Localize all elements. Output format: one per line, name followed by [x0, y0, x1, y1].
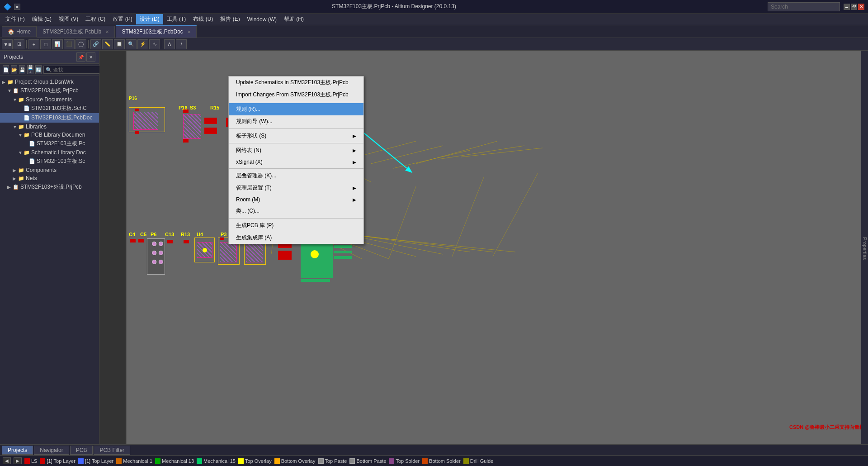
tree-sch-lib-folder[interactable]: ▼ 📁 Schematic Library Doc — [0, 148, 99, 157]
tree-project-group[interactable]: ▶ 📁 Project Group 1.DsnWrk — [0, 78, 99, 86]
panel-title: Projects — [4, 54, 23, 60]
layer-bottom-paste[interactable]: Bottom Paste — [349, 458, 386, 464]
toolbar-line[interactable]: / — [176, 39, 187, 49]
menu-place[interactable]: 放置 (P) — [109, 14, 136, 24]
toolbar-drc[interactable]: ⚡ — [137, 39, 148, 49]
tab-pcblib-close[interactable]: ✕ — [105, 29, 109, 34]
dd-update-sch[interactable]: Update Schematics in STM32F103主板.PrjPcb — [229, 76, 363, 89]
menu-tools[interactable]: 工具 (T) — [163, 14, 190, 24]
comp-p4 — [246, 242, 263, 262]
bottom-tab-pcb[interactable]: PCB — [70, 446, 93, 455]
bottom-tab-navigator[interactable]: Navigator — [34, 446, 69, 455]
layer-bottom-overlay[interactable]: Bottom Overlay — [274, 458, 316, 464]
minimize-button[interactable]: 🗕 — [844, 4, 850, 10]
toolbar-add[interactable]: + — [28, 39, 39, 49]
menu-edit[interactable]: 编辑 (E) — [28, 14, 55, 24]
maximize-button[interactable]: 🗗 — [851, 4, 857, 10]
layer-next[interactable]: ▶ — [14, 457, 22, 464]
panel-open[interactable]: 📂 — [11, 65, 17, 74]
toolbar-meas[interactable]: 📏 — [102, 39, 113, 49]
tree-sch-lib[interactable]: ▶ 📄 STM32F103主板.Sc — [0, 157, 99, 166]
menu-design[interactable]: 设计 (D) — [136, 14, 163, 24]
pad-u1-r4 — [334, 256, 352, 259]
tree-components[interactable]: ▶ 📁 Components — [0, 166, 99, 174]
tree-pcb-lib-folder[interactable]: ▼ 📁 PCB Library Documen — [0, 131, 99, 139]
dd-xsignal[interactable]: xSignal (X) ▶ — [229, 157, 363, 167]
panel-save[interactable]: 💾 — [19, 65, 25, 74]
menu-window[interactable]: Window (W) — [244, 15, 280, 24]
toolbar-route[interactable]: ∿ — [149, 39, 160, 49]
tab-pcblib[interactable]: STM32F103主板.PcbLib ✕ — [37, 26, 115, 38]
properties-label: Properties — [862, 237, 868, 260]
panel-save-all[interactable]: 💾+ — [27, 65, 33, 74]
layer-top-solder[interactable]: Top Solder — [389, 458, 420, 464]
layer-top[interactable]: [1] Top Layer — [40, 458, 75, 464]
toolbar-zoom[interactable]: 🔍 — [126, 39, 137, 49]
menu-file[interactable]: 文件 (F) — [2, 14, 28, 24]
menu-project[interactable]: 工程 (C) — [82, 14, 109, 24]
svg-line-21 — [452, 177, 484, 257]
dd-sep4 — [229, 168, 363, 169]
toolbar-arc[interactable]: ◯ — [75, 39, 86, 49]
svg-line-17 — [362, 236, 515, 252]
dd-classes[interactable]: 类... (C)... — [229, 205, 363, 217]
menu-view[interactable]: 视图 (V) — [55, 14, 82, 24]
panel-refresh[interactable]: 🔄 — [35, 65, 42, 74]
dd-layer-mgr[interactable]: 层叠管理器 (K)... — [229, 170, 363, 182]
home-tab[interactable]: 🏠 Home — [2, 26, 37, 37]
toolbar-inspect[interactable]: ⊞ — [14, 39, 24, 49]
menu-help[interactable]: 帮助 (H) — [280, 14, 307, 24]
tree-libraries[interactable]: ▼ 📁 Libraries — [0, 123, 99, 131]
pad-u1-r3 — [334, 251, 352, 253]
bottom-tab-projects[interactable]: Projects — [2, 446, 33, 455]
menu-report[interactable]: 报告 (E) — [217, 14, 243, 24]
tree-ext-project[interactable]: ▶ 📋 STM32F103+外设.PrjPcb — [0, 182, 99, 192]
layer-prev[interactable]: ◀ — [3, 457, 11, 464]
menu-route[interactable]: 布线 (U) — [189, 14, 217, 24]
tab-pcbdoc-close[interactable]: ✕ — [187, 29, 191, 34]
layer-mech13[interactable]: Mechanical 13 — [155, 458, 194, 464]
tab-pcbdoc[interactable]: STM32F103主板.PcbDoc ✕ — [116, 25, 197, 38]
panel-new[interactable]: 📄 — [3, 65, 9, 74]
toolbar-filter[interactable]: ▼≡ — [2, 39, 13, 49]
layer-mech1[interactable]: Mechanical 1 — [116, 458, 152, 464]
layer-drill-guide[interactable]: Drill Guide — [463, 458, 493, 464]
layer-bottom[interactable]: [1] Top Layer — [78, 458, 113, 464]
layer-bottom-solder[interactable]: Bottom Solder — [422, 458, 461, 464]
bottom-tab-pcb-filter[interactable]: PCB Filter — [94, 446, 130, 455]
dd-import-changes[interactable]: Import Changes From STM32F103主板.PrjPcb — [229, 89, 363, 101]
tree-nets[interactable]: ▶ 📁 Nets — [0, 174, 99, 182]
toolbar-chart[interactable]: 📊 — [52, 39, 63, 49]
tree-pcbdoc[interactable]: ▶ 📄 STM32F103主板.PcbDoc — [0, 113, 99, 123]
toolbar: ▼≡ ⊞ + □ 📊 ⬛ ◯ 🔗 📏 🔲 🔍 ⚡ ∿ A / — [0, 38, 868, 51]
tree-main-project[interactable]: ▼ 📋 STM32F103主板.PrjPcb — [0, 86, 99, 95]
toolbar-rect[interactable]: □ — [40, 39, 51, 49]
layer-ls[interactable]: LS — [24, 458, 37, 464]
pcb-canvas[interactable]: P16 S3 R15 R5 P9 S2 R4 — [99, 51, 868, 444]
dd-room[interactable]: Room (M) ▶ — [229, 194, 363, 205]
title-search-input[interactable] — [768, 2, 840, 11]
dd-gen-integ[interactable]: 生成集成库 (A) — [229, 232, 363, 244]
tree-label: Nets — [26, 175, 37, 181]
dd-gen-pcb[interactable]: 生成PCB 库 (P) — [229, 219, 363, 232]
layer-top-paste[interactable]: Top Paste — [318, 458, 347, 464]
toolbar-connect[interactable]: 🔗 — [90, 39, 101, 49]
dd-rules[interactable]: 规则 (R)... — [229, 103, 363, 115]
panel-close[interactable]: ✕ — [86, 52, 95, 62]
toolbar-text[interactable]: A — [164, 39, 175, 49]
dd-netlist[interactable]: 网络表 (N) ▶ — [229, 144, 363, 157]
close-button[interactable]: ✕ — [858, 4, 864, 10]
tree-pcb-lib[interactable]: ▶ 📄 STM32F103主板.Pc — [0, 139, 99, 148]
dd-rules-wizard[interactable]: 规则向导 (W)... — [229, 115, 363, 128]
dd-sep5 — [229, 218, 363, 219]
toolbar-stop[interactable]: ⬛ — [64, 39, 75, 49]
tree-sch[interactable]: ▶ 📄 STM32F103主板.SchC — [0, 104, 99, 113]
layer-top-overlay[interactable]: Top Overlay — [238, 458, 272, 464]
layer-mech15[interactable]: Mechanical 15 — [197, 458, 236, 464]
toolbar-3d[interactable]: 🔲 — [114, 39, 125, 49]
dd-layer-set[interactable]: 管理层设置 (T) ▶ — [229, 182, 363, 194]
canvas-area[interactable]: P16 S3 R15 R5 P9 S2 R4 — [99, 51, 868, 444]
panel-pin[interactable]: 📌 — [76, 52, 85, 62]
tree-source-docs[interactable]: ▼ 📁 Source Documents — [0, 95, 99, 104]
dd-board-shape[interactable]: 板子形状 (S) ▶ — [229, 130, 363, 142]
